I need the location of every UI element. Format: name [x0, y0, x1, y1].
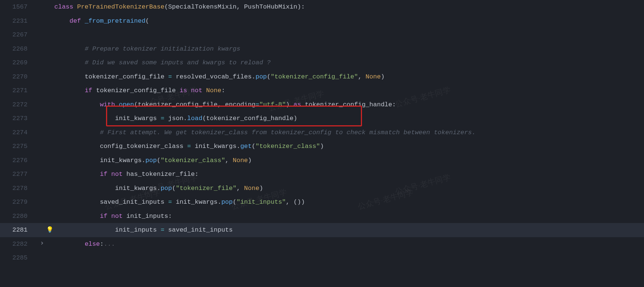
code-content[interactable]: init_inputs = saved_init_inputs — [53, 223, 644, 235]
token-op: , — [225, 157, 233, 164]
code-content[interactable]: config_tokenizer_class = init_kwargs.get… — [53, 139, 644, 151]
token-fn: get — [240, 143, 252, 150]
code-editor[interactable]: 1567class PreTrainedTokenizerBase(Specia… — [0, 0, 644, 287]
token-id: saved_init_inputs — [164, 226, 233, 233]
token-paren: ( — [202, 115, 206, 122]
line-number: 2272 — [0, 98, 38, 110]
code-line[interactable]: 2285 — [0, 251, 644, 265]
bulb-gutter — [46, 237, 51, 239]
token-kw: class — [54, 3, 77, 10]
code-content[interactable] — [53, 28, 644, 40]
token-fn: pop — [145, 157, 157, 164]
token-str: "init_inputs" — [237, 199, 286, 206]
code-content[interactable]: saved_init_inputs = init_kwargs.pop("ini… — [53, 195, 644, 207]
token-paren: ( — [157, 157, 160, 164]
code-line[interactable]: 1567class PreTrainedTokenizerBase(Specia… — [0, 0, 644, 14]
token-kw: else — [85, 241, 100, 248]
line-number: 2280 — [0, 209, 38, 221]
token-id: tokenizer_config_file — [138, 101, 217, 108]
code-content[interactable]: tokenizer_config_file = resolved_vocab_f… — [53, 70, 644, 82]
token-id: init_kwargs. — [191, 143, 240, 150]
code-content[interactable]: with open(tokenizer_config_file, encodin… — [53, 98, 644, 110]
token-op: : — [195, 171, 198, 178]
code-content[interactable]: init_kwargs.pop("tokenizer_file", None) — [53, 181, 644, 193]
code-content[interactable]: if tokenizer_config_file is not None: — [53, 84, 644, 96]
token-const: None — [366, 73, 381, 80]
bulb-gutter — [46, 84, 51, 86]
bulb-gutter[interactable]: 💡 — [46, 223, 51, 235]
code-content[interactable]: # First attempt. We get tokenizer_class … — [53, 126, 644, 138]
code-line[interactable]: 2267 — [0, 28, 644, 42]
token-paren: ) — [320, 143, 324, 150]
token-id: init_kwargs. — [172, 199, 221, 206]
indent — [54, 31, 85, 38]
token-paren: ( — [267, 73, 270, 80]
code-content[interactable]: class PreTrainedTokenizerBase(SpecialTok… — [53, 0, 644, 12]
indent — [54, 199, 100, 206]
code-line[interactable]: 2277 if not has_tokenizer_file: — [0, 167, 644, 181]
fold-gutter — [38, 139, 46, 142]
token-const: None — [233, 157, 248, 164]
fold-gutter — [38, 28, 46, 30]
token-op: , () — [286, 199, 301, 206]
fold-gutter — [38, 112, 46, 114]
code-line[interactable]: 2282 else:... — [0, 237, 644, 251]
line-number: 2231 — [0, 14, 38, 26]
token-op2: = — [168, 199, 172, 206]
code-line[interactable]: 2269 # Did we saved some inputs and kwar… — [0, 56, 644, 70]
bulb-gutter — [46, 98, 51, 100]
code-content[interactable]: # Did we saved some inputs and kwargs to… — [53, 56, 644, 68]
code-line[interactable]: 2273 init_kwargs = json.load(tokenizer_c… — [0, 112, 644, 126]
token-kw: if not — [100, 213, 126, 220]
indent — [54, 73, 85, 80]
token-str: "utf-8" — [259, 101, 286, 108]
bulb-gutter — [46, 167, 51, 170]
token-fn: load — [187, 115, 202, 122]
code-line[interactable]: 2274 # First attempt. We get tokenizer_c… — [0, 126, 644, 140]
code-line[interactable]: 2275 config_tokenizer_class = init_kwarg… — [0, 139, 644, 154]
token-id: SpecialTokensMixin — [168, 3, 237, 10]
token-paren: ( — [134, 101, 138, 108]
code-line[interactable]: 2278 init_kwargs.pop("tokenizer_file", N… — [0, 181, 644, 196]
token-paren: ( — [145, 17, 149, 25]
token-kw: if not — [100, 171, 126, 178]
code-line[interactable]: 2231 def _from_pretrained( — [0, 14, 644, 28]
line-number: 2268 — [0, 42, 38, 54]
code-content[interactable] — [53, 251, 644, 253]
code-content[interactable]: else:... — [53, 237, 644, 249]
fold-gutter — [38, 70, 46, 72]
code-line[interactable]: 2280 if not init_inputs: — [0, 209, 644, 223]
code-line[interactable]: 2272 with open(tokenizer_config_file, en… — [0, 98, 644, 112]
token-id: resolved_vocab_files. — [172, 73, 255, 80]
code-line[interactable]: 2270 tokenizer_config_file = resolved_vo… — [0, 70, 644, 84]
bulb-gutter — [46, 251, 51, 253]
code-content[interactable]: init_kwargs = json.load(tokenizer_config… — [53, 112, 644, 123]
line-number: 2270 — [0, 70, 38, 82]
code-content[interactable]: if not init_inputs: — [53, 209, 644, 221]
indent — [54, 45, 85, 52]
code-line[interactable]: 2281💡 init_inputs = saved_init_inputs — [0, 223, 644, 237]
code-line[interactable]: 2271 if tokenizer_config_file is not Non… — [0, 84, 644, 98]
token-id: init_inputs — [126, 213, 168, 220]
code-content[interactable]: def _from_pretrained( — [53, 14, 644, 26]
code-line[interactable]: 2276 init_kwargs.pop("tokenizer_class", … — [0, 154, 644, 168]
code-content[interactable]: init_kwargs.pop("tokenizer_class", None) — [53, 154, 644, 165]
code-line[interactable]: 2268 # Prepare tokenizer initialization … — [0, 42, 644, 56]
code-content[interactable]: # Prepare tokenizer initialization kwarg… — [53, 42, 644, 54]
indent — [54, 101, 100, 108]
code-line[interactable]: 2279 saved_init_inputs = init_kwargs.pop… — [0, 195, 644, 209]
token-fn: _from_pretrained — [85, 17, 145, 25]
indent — [54, 115, 115, 122]
token-kw: if — [85, 87, 96, 94]
indent — [54, 171, 100, 178]
line-number: 2269 — [0, 56, 38, 68]
fold-collapsed-icon[interactable] — [38, 237, 46, 249]
token-paren: ( — [233, 199, 237, 206]
fold-gutter — [38, 181, 46, 184]
code-content[interactable]: if not has_tokenizer_file: — [53, 167, 644, 179]
indent — [54, 59, 85, 66]
lightbulb-icon[interactable]: 💡 — [46, 227, 54, 233]
token-kw: as — [290, 101, 305, 108]
token-kw: def — [70, 17, 85, 25]
token-fn: open — [119, 101, 134, 108]
